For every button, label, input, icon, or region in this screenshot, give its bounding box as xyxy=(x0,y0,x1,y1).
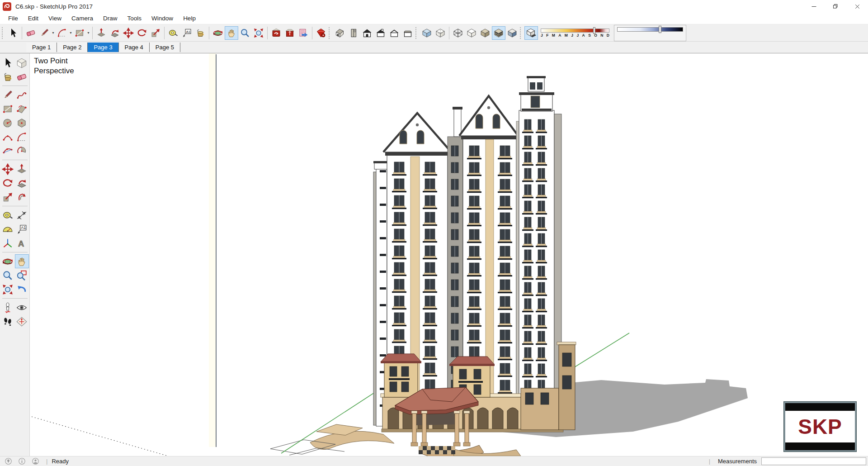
style-xray-button[interactable] xyxy=(420,26,434,40)
model-viewport[interactable]: Two Point Perspective SKP xyxy=(30,53,868,456)
protractor-palette-button[interactable] xyxy=(1,222,15,236)
tab-page-5[interactable]: Page 5 xyxy=(150,43,180,52)
tab-page-1[interactable]: Page 1 xyxy=(26,43,57,52)
rectangle-palette-button[interactable] xyxy=(1,102,15,116)
paint-bucket-palette-button[interactable] xyxy=(1,70,15,84)
close-window-button[interactable] xyxy=(846,0,868,13)
polygon-palette-button[interactable] xyxy=(15,116,29,130)
style-shaded-button[interactable] xyxy=(478,26,492,40)
menu-file[interactable]: File xyxy=(3,14,23,23)
circle-palette-button[interactable] xyxy=(1,116,15,130)
pan-button[interactable] xyxy=(225,26,238,40)
date-slider-track[interactable] xyxy=(541,29,609,33)
zoom-extents-button[interactable] xyxy=(252,26,265,40)
text-3d-palette-button[interactable]: A xyxy=(15,236,29,250)
move-palette-button[interactable] xyxy=(1,162,15,176)
shadow-date-slider[interactable]: JFMAMJJASOND xyxy=(541,29,609,38)
arc-button[interactable] xyxy=(55,26,69,40)
menu-edit[interactable]: Edit xyxy=(23,14,43,23)
pie-palette-button[interactable] xyxy=(15,144,29,158)
zoom-button[interactable] xyxy=(238,26,252,40)
geolocation-status-button[interactable] xyxy=(5,457,12,465)
follow-me-palette-button[interactable] xyxy=(15,176,29,190)
tab-page-3[interactable]: Page 3 xyxy=(88,43,118,52)
arc-3pt-palette-button[interactable] xyxy=(1,144,15,158)
warehouse-share-component-button[interactable] xyxy=(297,26,310,40)
account-status-button[interactable] xyxy=(32,457,39,465)
tab-page-2[interactable]: Page 2 xyxy=(57,43,88,52)
previous-view-palette-button[interactable] xyxy=(15,282,29,296)
line-pencil-button[interactable] xyxy=(38,26,51,40)
tape-measure-palette-button[interactable] xyxy=(1,208,15,222)
date-slider-handle[interactable] xyxy=(593,27,595,34)
orbit-button[interactable] xyxy=(211,26,225,40)
menu-camera[interactable]: Camera xyxy=(66,14,98,23)
rotate-palette-button[interactable] xyxy=(1,176,15,190)
time-slider-handle[interactable] xyxy=(659,26,661,33)
section-plane-palette-button[interactable] xyxy=(15,314,29,328)
view-right-button[interactable] xyxy=(374,26,387,40)
pan-palette-button[interactable] xyxy=(15,254,29,268)
rectangle-button[interactable] xyxy=(73,26,86,40)
extension-warehouse-button[interactable] xyxy=(314,26,328,40)
arc-dropdown-arrow[interactable]: ▾ xyxy=(69,31,73,35)
push-pull-palette-button[interactable] xyxy=(15,162,29,176)
select-arrow-button[interactable] xyxy=(6,26,20,40)
toolbar-grip[interactable] xyxy=(520,27,523,39)
zoom-palette-button[interactable] xyxy=(1,268,15,282)
position-camera-palette-button[interactable] xyxy=(1,300,15,314)
menu-help[interactable]: Help xyxy=(178,14,201,23)
toolbar-grip[interactable] xyxy=(415,27,418,39)
dimension-palette-button[interactable] xyxy=(15,208,29,222)
minimize-window-button[interactable] xyxy=(803,0,825,13)
make-component-palette-button[interactable] xyxy=(15,56,29,70)
rectangle-dropdown-arrow[interactable]: ▾ xyxy=(86,31,90,35)
eraser-button[interactable] xyxy=(24,26,38,40)
select-arrow-palette-button[interactable] xyxy=(1,56,15,70)
style-hidden-line-button[interactable] xyxy=(465,26,478,40)
text-label-palette-button[interactable]: A1 xyxy=(15,222,29,236)
menu-tools[interactable]: Tools xyxy=(123,14,147,23)
toolbar-grip[interactable] xyxy=(2,27,5,39)
look-around-palette-button[interactable] xyxy=(15,300,29,314)
rotate-button[interactable] xyxy=(135,26,149,40)
shadow-time-slider[interactable] xyxy=(614,25,686,41)
text-label-button[interactable]: A1 xyxy=(180,26,193,40)
scale-palette-button[interactable] xyxy=(1,190,15,204)
freehand-palette-button[interactable] xyxy=(15,88,29,102)
toolbar-grip[interactable] xyxy=(329,27,331,39)
line-pencil-palette-button[interactable] xyxy=(1,88,15,102)
orbit-palette-button[interactable] xyxy=(1,254,15,268)
restore-window-button[interactable] xyxy=(825,0,846,13)
view-iso-button[interactable] xyxy=(333,26,347,40)
follow-me-button[interactable] xyxy=(108,26,122,40)
shadows-toggle-button[interactable] xyxy=(524,26,538,40)
offset-palette-button[interactable] xyxy=(15,190,29,204)
style-wireframe-button[interactable] xyxy=(451,26,465,40)
paint-bucket-button[interactable] xyxy=(193,26,207,40)
tab-page-4[interactable]: Page 4 xyxy=(119,43,150,52)
view-back-button[interactable] xyxy=(387,26,401,40)
style-back-edges-button[interactable] xyxy=(434,26,447,40)
arc-palette-button[interactable] xyxy=(15,130,29,144)
arc-2pt-palette-button[interactable] xyxy=(1,130,15,144)
rotated-rectangle-palette-button[interactable] xyxy=(15,102,29,116)
view-top-button[interactable] xyxy=(347,26,360,40)
zoom-extents-palette-button[interactable] xyxy=(1,282,15,296)
menu-window[interactable]: Window xyxy=(146,14,178,23)
tape-measure-button[interactable] xyxy=(166,26,180,40)
menu-draw[interactable]: Draw xyxy=(98,14,123,23)
eraser-palette-button[interactable] xyxy=(15,70,29,84)
line-pencil-dropdown-arrow[interactable]: ▾ xyxy=(51,31,55,35)
menu-view[interactable]: View xyxy=(43,14,66,23)
zoom-window-palette-button[interactable] xyxy=(15,268,29,282)
scale-button[interactable] xyxy=(149,26,162,40)
style-monochrome-button[interactable] xyxy=(505,26,519,40)
view-front-button[interactable] xyxy=(360,26,374,40)
warehouse-get-models-button[interactable] xyxy=(269,26,283,40)
time-slider-track[interactable] xyxy=(617,27,683,32)
measurements-input[interactable] xyxy=(761,457,866,465)
help-info-status-button[interactable] xyxy=(18,457,26,465)
push-pull-button[interactable] xyxy=(94,26,108,40)
style-textured-button[interactable] xyxy=(492,26,505,40)
